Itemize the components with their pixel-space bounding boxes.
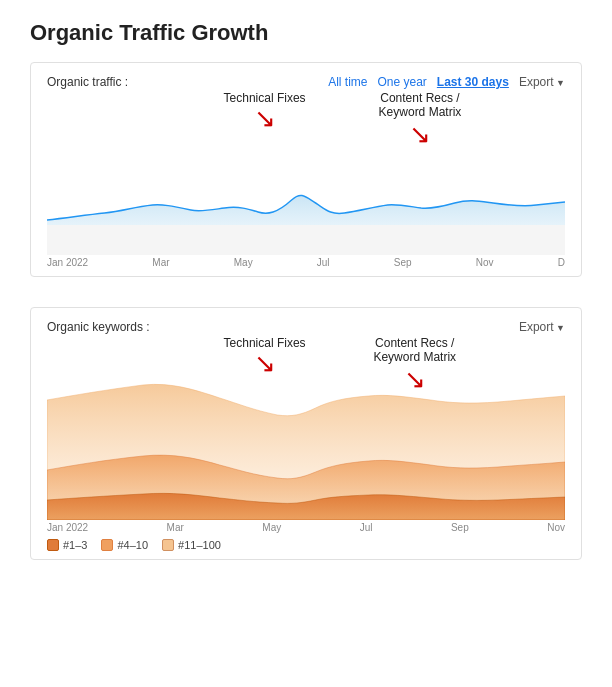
keywords-export-button[interactable]: Export <box>519 320 565 334</box>
x-label-jan2022: Jan 2022 <box>47 257 88 268</box>
legend-rank-11-100: #11–100 <box>162 539 221 551</box>
kw-x-label-mar: Mar <box>167 522 184 533</box>
traffic-export-button[interactable]: Export <box>519 75 565 89</box>
legend-box-11-100 <box>162 539 174 551</box>
traffic-x-axis: Jan 2022 Mar May Jul Sep Nov D <box>47 255 565 268</box>
x-label-mar: Mar <box>152 257 169 268</box>
keywords-chart-label: Organic keywords : <box>47 320 150 334</box>
kw-x-label-may: May <box>262 522 281 533</box>
traffic-chart-controls: All time One year Last 30 days Export <box>328 75 565 89</box>
kw-x-label-nov: Nov <box>547 522 565 533</box>
x-label-may: May <box>234 257 253 268</box>
x-label-sep: Sep <box>394 257 412 268</box>
legend-box-4-10 <box>101 539 113 551</box>
kw-x-label-jul: Jul <box>360 522 373 533</box>
all-time-button[interactable]: All time <box>328 75 367 89</box>
traffic-chart-svg <box>47 125 565 255</box>
keywords-chart-section: Organic keywords : Export Technical Fixe… <box>30 307 582 560</box>
svg-rect-0 <box>47 225 565 255</box>
x-label-nov: Nov <box>476 257 494 268</box>
legend-label-11-100: #11–100 <box>178 539 221 551</box>
kw-x-label-sep: Sep <box>451 522 469 533</box>
legend-label-4-10: #4–10 <box>117 539 148 551</box>
x-label-jul: Jul <box>317 257 330 268</box>
legend-box-1-3 <box>47 539 59 551</box>
keywords-legend: #1–3 #4–10 #11–100 <box>47 539 565 551</box>
kw-x-label-jan2022: Jan 2022 <box>47 522 88 533</box>
legend-rank-4-10: #4–10 <box>101 539 148 551</box>
one-year-button[interactable]: One year <box>377 75 426 89</box>
legend-rank-1-3: #1–3 <box>47 539 87 551</box>
keywords-chart-area: Technical Fixes↘ Content Recs /Keyword M… <box>47 340 565 520</box>
keywords-chart-svg <box>47 360 565 520</box>
legend-label-1-3: #1–3 <box>63 539 87 551</box>
traffic-chart-header: Organic traffic : All time One year Last… <box>47 75 565 89</box>
keywords-chart-header: Organic keywords : Export <box>47 320 565 334</box>
x-label-d: D <box>558 257 565 268</box>
traffic-chart-area: Technical Fixes↘ Content Recs /Keyword M… <box>47 95 565 255</box>
traffic-chart-label: Organic traffic : <box>47 75 128 89</box>
last-30-button[interactable]: Last 30 days <box>437 75 509 89</box>
keywords-x-axis: Jan 2022 Mar May Jul Sep Nov <box>47 520 565 533</box>
traffic-chart-section: Organic traffic : All time One year Last… <box>30 62 582 277</box>
page-title: Organic Traffic Growth <box>30 20 582 46</box>
